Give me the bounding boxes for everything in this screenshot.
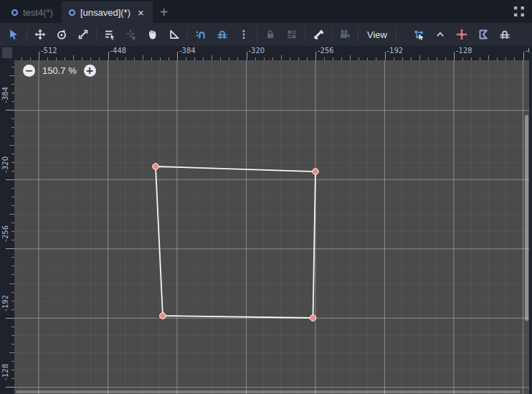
move-icon [34,29,46,40]
tab-test4[interactable]: test4(*) [4,1,62,23]
polygon-layer[interactable] [14,60,529,394]
polygon-vertex-handle[interactable] [313,169,319,175]
scene-circle-icon [69,9,75,16]
select-arrow-icon [8,29,19,40]
edit-points-icon [413,29,424,40]
ruler-label: -128 [456,47,472,55]
bone-icon [313,29,324,40]
ruler-tool-button[interactable] [163,24,185,45]
viewport-workspace: -512-448-384-320-256-192-128-64 -384-320… [0,46,532,394]
tab-unsaved[interactable]: [unsaved](*) × [62,1,153,23]
ruler-tick [247,52,247,60]
ruler-tick [350,55,351,60]
select-tool-button[interactable] [3,24,24,45]
ruler-corner-box [2,47,12,58]
ruler-tick [39,52,39,60]
toolbar-separator [187,27,188,42]
ruler-tick [385,52,386,60]
grid-snap-toggle[interactable] [212,24,233,45]
ruler-tick [488,55,489,60]
ruler-icon [168,29,180,40]
canvas-viewport[interactable]: − 150.7 % + [14,60,529,394]
anchor-cross-icon [456,29,467,40]
zoom-in-button[interactable]: + [84,65,96,77]
lock-object-button[interactable] [260,24,281,45]
grid-settings-button[interactable] [494,24,516,45]
ruler-tick [523,52,524,60]
close-tab-icon[interactable]: × [138,7,144,18]
collapse-toolbar-button[interactable] [429,24,451,45]
ruler-tick [177,52,178,60]
ruler-tick [6,179,14,180]
polygon-vertex-handle[interactable] [153,164,159,170]
list-select-tool-button[interactable] [99,24,120,45]
ruler-label: -128 [1,364,9,380]
group-object-button[interactable] [281,24,303,45]
expand-viewport-button[interactable] [513,0,532,23]
ruler-tick [108,52,109,60]
toolbar-separator [396,27,396,42]
edit-polygon-button[interactable] [472,24,494,45]
vertical-scrollbar-thumb[interactable] [525,115,528,321]
grid-pin-icon [499,29,510,40]
edit-points-tool-button[interactable] [408,24,429,45]
ruler-label: -320 [249,47,265,55]
rotate-icon [56,29,67,40]
polygon-icon [478,29,489,40]
lock-icon [265,29,276,40]
position-select-tool-button[interactable] [120,24,142,45]
ruler-tick [6,318,14,319]
ruler-left: -384-320-256-192-128 [0,60,14,394]
zoom-level-label[interactable]: 150.7 % [42,65,77,76]
ruler-tick [6,248,14,249]
view-menu-button[interactable]: View [361,24,394,45]
ruler-tick [6,110,14,111]
pan-hand-icon [147,29,158,40]
scale-icon [77,29,89,40]
toolbar-separator [27,27,27,42]
three-dots-icon [238,29,250,40]
toolbar-separator [358,27,358,42]
ruler-tick [281,55,282,60]
group-icon [286,29,298,40]
anchor-point-button[interactable] [451,24,472,45]
polygon-vertex-handle[interactable] [160,313,166,319]
new-scene-tab-button[interactable]: + [153,1,176,23]
zoom-out-button[interactable]: − [23,65,35,77]
polygon-vertex-handle[interactable] [310,315,316,322]
ruler-label: -320 [1,156,9,173]
ruler-tick [143,55,143,60]
godot-2d-editor: test4(*) [unsaved](*) × + [0,0,532,394]
ruler-label: -384 [179,47,196,55]
horizontal-scrollbar-thumb[interactable] [16,390,521,393]
ruler-tick [315,52,316,60]
ruler-tick [9,214,14,215]
snap-options-menu-button[interactable] [233,24,255,45]
pan-tool-button[interactable] [142,24,163,45]
position-select-icon [125,29,137,40]
polygon-outline [156,166,315,318]
ruler-label: -256 [1,225,9,242]
ruler-tick [6,387,14,388]
bone-tool-button[interactable] [308,24,329,45]
ruler-corner [0,46,14,60]
ruler-label: -192 [387,47,404,55]
rotate-tool-button[interactable] [51,24,72,45]
scale-tool-button[interactable] [72,24,94,45]
smart-snap-toggle[interactable] [190,24,212,45]
ruler-label: -384 [1,87,9,103]
ruler-top: -512-448-384-320-256-192-128-64 [14,46,529,60]
camera-override-button[interactable] [334,24,356,45]
move-tool-button[interactable] [29,24,51,45]
tab-label: [unsaved](*) [80,7,130,18]
panel-right-edge [529,46,532,394]
ruler-label: -192 [1,295,9,311]
toolbar-separator [331,27,332,42]
list-select-icon [104,29,115,40]
ruler-label: -512 [41,47,57,55]
ruler-tick [9,352,14,353]
ruler-tick [419,55,420,60]
chevron-up-icon [434,29,446,40]
expand-icon [513,6,525,17]
toolbar-separator [305,27,305,42]
